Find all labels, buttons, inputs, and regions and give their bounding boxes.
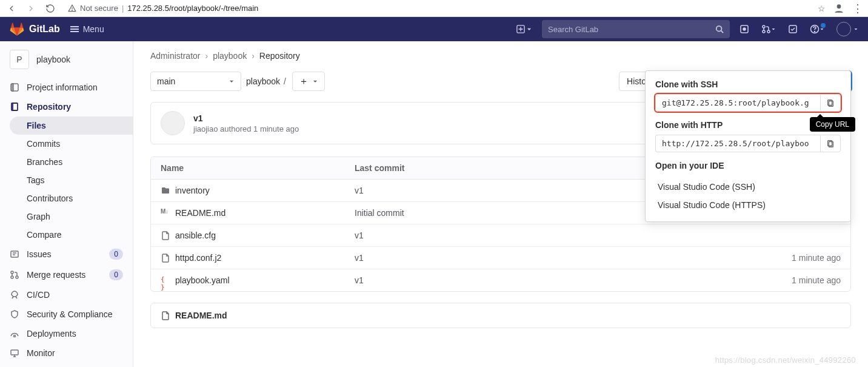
svg-rect-16 [12,84,13,91]
project-name: playbook [36,55,70,64]
clone-http-input[interactable] [655,135,820,152]
chevron-down-icon [312,78,318,84]
copy-ssh-button[interactable] [820,94,841,112]
chevron-down-icon [229,78,235,84]
table-row[interactable]: { }playbook.yamlv11 minute ago [151,269,850,291]
address-bar[interactable]: Not secure | 172.25.28.5/root/playbook/-… [63,4,812,13]
table-row[interactable]: httpd.conf.j2v11 minute ago [151,246,850,269]
last-commit-cell[interactable]: v1 [355,231,719,240]
sidebar-label: Deployments [27,329,76,338]
info-icon [10,82,19,92]
add-to-tree-button[interactable]: ＋ [292,72,325,91]
merge-requests-shortcut-icon[interactable] [761,24,776,34]
svg-point-20 [11,276,13,278]
file-name-cell[interactable]: ansible.cfg [161,231,355,240]
sidebar-sub-tags[interactable]: Tags [10,171,133,189]
commit-author[interactable]: jiaojiao [193,124,218,133]
copy-http-button[interactable] [820,135,841,152]
commit-title[interactable]: v1 [193,113,299,123]
svg-point-9 [763,25,765,28]
svg-point-14 [814,31,815,32]
last-update-cell: 1 minute ago [719,275,841,285]
new-dropdown[interactable] [516,25,532,33]
clone-http-row [655,135,841,152]
user-menu[interactable] [836,22,858,36]
issues-shortcut-icon[interactable] [739,24,749,34]
svg-point-6 [716,26,722,32]
nav-forward-button[interactable] [24,2,38,15]
sidebar-sub-files[interactable]: Files [10,116,133,135]
clipboard-icon [826,140,835,148]
sidebar-sub-commits[interactable]: Commits [10,135,133,153]
last-commit-cell[interactable]: v1 [355,253,719,263]
profile-icon[interactable] [833,2,845,15]
ide-vscode-https[interactable]: Visual Studio Code (HTTPS) [655,196,841,214]
nav-back-button[interactable] [5,2,18,15]
file-icon [161,311,170,320]
todos-shortcut-icon[interactable] [788,24,798,34]
copy-url-tooltip: Copy URL [810,117,855,132]
svg-point-0 [72,10,73,10]
open-in-ide-title: Open in your IDE [655,161,841,170]
sidebar-item-deployments[interactable]: Deployments [0,324,133,343]
svg-point-1 [837,4,841,8]
file-name-cell[interactable]: M↓README.md [161,208,355,218]
branch-selector[interactable]: main [150,72,241,91]
sidebar-sub-compare[interactable]: Compare [10,226,133,244]
col-name[interactable]: Name [161,163,355,173]
file-name-cell[interactable]: httpd.conf.j2 [161,253,355,263]
sidebar-sub-contributors[interactable]: Contributors [10,189,133,207]
clone-ssh-input[interactable] [655,94,820,112]
sidebar-sub-branches[interactable]: Branches [10,153,133,171]
commit-author-avatar[interactable] [161,111,185,135]
sidebar-label: Merge requests [27,270,85,280]
commit-verb: authored [220,124,251,133]
gitlab-header: GitLab Menu [0,17,868,41]
nav-reload-button[interactable] [44,2,57,15]
sidebar-item-cicd[interactable]: CI/CD [0,285,133,305]
chrome-menu-icon[interactable]: ⋮ [852,3,863,14]
merge-request-icon [10,270,19,280]
gitlab-logo[interactable]: GitLab [10,22,60,36]
svg-rect-3 [70,29,79,30]
file-name-cell[interactable]: inventory [161,186,355,195]
svg-rect-18 [11,251,18,257]
ide-vscode-ssh[interactable]: Visual Studio Code (SSH) [655,178,841,196]
path-breadcrumb: playbook/ [246,76,287,86]
help-dropdown[interactable] [810,24,824,34]
main-menu-button[interactable]: Menu [70,24,104,34]
svg-point-8 [743,28,746,30]
main-content: Administrator› playbook› Repository main… [133,41,868,367]
sidebar-item-monitor[interactable]: Monitor [0,343,133,363]
breadcrumb-project[interactable]: playbook [213,51,247,61]
breadcrumb-admin[interactable]: Administrator [150,51,200,61]
sidebar-item-security[interactable]: Security & Compliance [0,305,133,324]
bookmark-star-icon[interactable]: ☆ [818,4,826,13]
table-row[interactable]: ansible.cfgv1 [151,224,850,246]
deployments-icon [10,329,19,338]
file-name-cell[interactable]: { }playbook.yaml [161,275,355,285]
sidebar-item-issues[interactable]: Issues 0 [0,244,133,264]
svg-rect-4 [70,31,79,32]
rocket-icon [10,290,19,300]
sidebar-item-project-info[interactable]: Project information [0,78,133,97]
svg-point-22 [14,335,16,337]
browser-toolbar: Not secure | 172.25.28.5/root/playbook/-… [0,0,868,17]
monitor-icon [10,348,19,358]
readme-label: README.md [175,311,227,320]
last-commit-cell[interactable]: v1 [355,275,719,285]
sidebar-item-merge-requests[interactable]: Merge requests 0 [0,264,133,285]
svg-rect-23 [11,350,18,355]
sidebar-sub-graph[interactable]: Graph [10,207,133,226]
path-root[interactable]: playbook [246,76,280,86]
svg-point-11 [767,30,770,33]
sidebar-item-repository[interactable]: Repository [0,97,133,116]
search-input[interactable] [548,25,715,34]
svg-point-19 [11,271,13,274]
search-icon [715,25,724,33]
readme-header: README.md [150,303,851,328]
clone-dropdown-panel: Clone with SSH Copy URL Clone with HTTP … [645,70,851,222]
global-search[interactable] [542,20,730,38]
project-header[interactable]: P playbook [0,41,133,78]
breadcrumb: Administrator› playbook› Repository [150,51,851,61]
